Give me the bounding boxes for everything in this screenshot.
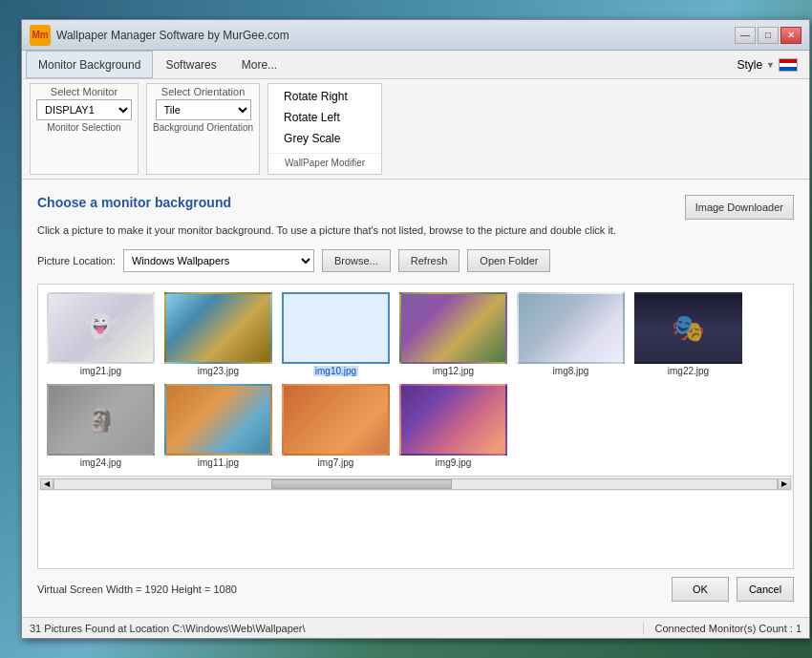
wallpaper-modifier-menu: Rotate Right Rotate Left Grey Scale Wall… [267, 83, 382, 175]
virtual-screen-info: Virtual Screen Width = 1920 Height = 108… [37, 584, 664, 595]
close-button[interactable]: ✕ [780, 27, 801, 44]
list-item[interactable]: img9.jpg [398, 384, 508, 468]
monitor-selection-label: Monitor Selection [47, 122, 120, 133]
scroll-right-arrow[interactable]: ▶ [778, 478, 791, 490]
menu-style: Style ▼ [729, 51, 805, 78]
chevron-down-icon[interactable]: ▼ [766, 60, 775, 70]
list-item[interactable]: img8.jpg [516, 292, 626, 376]
style-label: Style [737, 58, 762, 72]
maximize-button[interactable]: □ [758, 27, 779, 44]
image-grid: img21.jpg img23.jpg img10.jpg img12.jpg … [38, 285, 793, 476]
background-orientation-label: Background Orientation [153, 122, 253, 133]
app-icon: Mm [30, 25, 51, 46]
grey-scale-item[interactable]: Grey Scale [268, 128, 381, 149]
title-bar: Mm Wallpaper Manager Software by MurGee.… [22, 20, 809, 51]
section-title: Choose a monitor background [37, 195, 231, 210]
flag-icon [779, 58, 798, 72]
list-item[interactable]: img10.jpg [281, 292, 391, 376]
picture-location-label: Picture Location: [37, 255, 116, 266]
window-title: Wallpaper Manager Software by MurGee.com [56, 29, 289, 42]
menu-bar: Monitor Background Softwares More... Sty… [22, 51, 809, 79]
status-left: 31 Pictures Found at Location C:\Windows… [30, 623, 643, 634]
image-label-img11: img11.jpg [198, 457, 239, 468]
list-item[interactable]: img23.jpg [163, 292, 273, 376]
main-window: Mm Wallpaper Manager Software by MurGee.… [21, 19, 810, 639]
scroll-track[interactable] [53, 478, 778, 490]
select-monitor-label: Select Monitor [51, 86, 118, 97]
image-downloader-button[interactable]: Image Downloader [685, 195, 794, 220]
image-thumbnail-img8[interactable] [517, 292, 625, 364]
menu-item-more[interactable]: More... [229, 51, 289, 78]
list-item[interactable]: img24.jpg [46, 384, 156, 468]
open-folder-button[interactable]: Open Folder [467, 249, 550, 272]
image-thumbnail-img10[interactable] [282, 292, 390, 364]
footer-row: Virtual Screen Width = 1920 Height = 108… [37, 569, 794, 602]
image-label-img24: img24.jpg [80, 457, 121, 468]
refresh-button[interactable]: Refresh [398, 249, 460, 272]
toolbar: Select Monitor DISPLAY1 Monitor Selectio… [22, 79, 809, 180]
image-thumbnail-img22[interactable] [634, 292, 742, 364]
menu-item-softwares[interactable]: Softwares [153, 51, 228, 78]
status-right: Connected Monitor(s) Count : 1 [643, 623, 801, 634]
horizontal-scrollbar[interactable]: ◀ ▶ [38, 476, 793, 491]
list-item[interactable]: img12.jpg [398, 292, 508, 376]
image-label-img8: img8.jpg [553, 366, 589, 376]
image-thumbnail-img11[interactable] [164, 384, 272, 456]
image-label-img23: img23.jpg [198, 366, 239, 376]
title-bar-controls: — □ ✕ [735, 27, 801, 44]
scroll-left-arrow[interactable]: ◀ [40, 478, 53, 490]
wallpaper-modifier-label: WallPaper Modifier [268, 153, 381, 172]
list-item[interactable]: img11.jpg [163, 384, 273, 468]
image-thumbnail-img9[interactable] [399, 384, 507, 456]
browse-button[interactable]: Browse... [322, 249, 391, 272]
ok-button[interactable]: OK [672, 577, 729, 602]
image-label-img10: img10.jpg [313, 366, 358, 376]
image-thumbnail-img12[interactable] [399, 292, 507, 364]
main-content: Choose a monitor background Image Downlo… [22, 180, 809, 617]
image-label-img12: img12.jpg [433, 366, 474, 376]
title-bar-left: Mm Wallpaper Manager Software by MurGee.… [30, 25, 289, 46]
orientation-select[interactable]: Tile Stretch Center Fit Fill [156, 99, 251, 120]
image-thumbnail-img7[interactable] [282, 384, 390, 456]
image-grid-container[interactable]: img21.jpg img23.jpg img10.jpg img12.jpg … [37, 284, 794, 569]
menu-item-monitor-background[interactable]: Monitor Background [26, 51, 153, 78]
picture-location-select[interactable]: Windows Wallpapers [123, 249, 314, 272]
list-item[interactable]: img7.jpg [281, 384, 391, 468]
list-item[interactable]: img22.jpg [633, 292, 743, 376]
instruction-text: Click a picture to make it your monitor … [37, 223, 794, 238]
image-thumbnail-img23[interactable] [164, 292, 272, 364]
select-orientation-label: Select Orientation [161, 86, 245, 97]
rotate-left-item[interactable]: Rotate Left [268, 107, 381, 128]
rotate-right-item[interactable]: Rotate Right [268, 86, 381, 107]
picture-location-row: Picture Location: Windows Wallpapers Bro… [37, 249, 794, 272]
image-label-img22: img22.jpg [668, 366, 709, 376]
cancel-button[interactable]: Cancel [737, 577, 794, 602]
scroll-thumb[interactable] [271, 479, 452, 489]
image-label-img21: img21.jpg [80, 366, 121, 376]
list-item[interactable]: img21.jpg [46, 292, 156, 376]
image-label-img7: img7.jpg [318, 457, 354, 468]
minimize-button[interactable]: — [735, 27, 756, 44]
image-thumbnail-img21[interactable] [47, 292, 155, 364]
status-bar: 31 Pictures Found at Location C:\Windows… [22, 617, 809, 638]
monitor-select[interactable]: DISPLAY1 [36, 99, 132, 120]
image-label-img9: img9.jpg [436, 457, 472, 468]
image-thumbnail-img24[interactable] [47, 384, 155, 456]
